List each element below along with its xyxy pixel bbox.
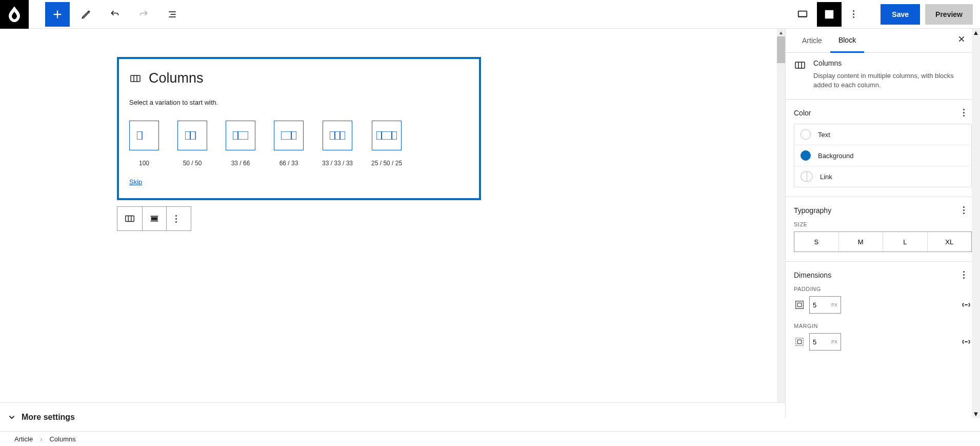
color-background-label: Background: [818, 152, 853, 160]
color-text-label: Text: [818, 131, 830, 139]
margin-label: MARGIN: [794, 323, 972, 329]
tab-block[interactable]: Block: [830, 29, 864, 53]
block-title: Columns: [149, 70, 204, 86]
save-button[interactable]: Save: [881, 4, 920, 25]
color-text-row[interactable]: Text: [794, 124, 971, 145]
variation-2[interactable]: 33 / 66: [226, 121, 255, 167]
svg-rect-39: [797, 340, 801, 344]
svg-rect-30: [151, 218, 157, 220]
svg-rect-37: [797, 303, 801, 307]
svg-rect-38: [796, 338, 804, 346]
color-background-row[interactable]: Background: [794, 145, 971, 166]
margin-icon: [794, 336, 805, 347]
more-settings-toggle[interactable]: More settings: [0, 402, 785, 418]
redo-button[interactable]: [131, 2, 156, 27]
desktop-view-button[interactable]: [790, 2, 815, 27]
undo-button[interactable]: [103, 2, 127, 27]
block-more-button[interactable]: [166, 207, 191, 230]
editor-canvas: Columns Select a variation to start with…: [0, 29, 785, 418]
align-button[interactable]: [142, 207, 167, 230]
size-l-button[interactable]: L: [883, 232, 927, 251]
dimensions-panel-menu[interactable]: [961, 269, 967, 281]
padding-label: PADDING: [794, 286, 972, 292]
more-menu-button[interactable]: [844, 2, 868, 27]
color-panel-title: Color: [794, 109, 811, 117]
variation-3[interactable]: 66 / 33: [274, 121, 304, 167]
svg-rect-15: [233, 131, 238, 140]
color-link-label: Link: [820, 173, 832, 181]
more-settings-label: More settings: [22, 413, 75, 418]
svg-rect-13: [185, 131, 190, 140]
dimensions-panel-title: Dimensions: [794, 271, 831, 279]
variation-4[interactable]: 33 / 33 / 33: [322, 121, 353, 167]
svg-rect-33: [795, 62, 805, 68]
svg-rect-17: [281, 131, 291, 140]
svg-rect-36: [796, 301, 804, 309]
svg-rect-16: [238, 131, 248, 140]
svg-rect-18: [291, 131, 296, 140]
size-xl-button[interactable]: XL: [927, 232, 972, 251]
sidebar-block-name: Columns: [813, 59, 972, 67]
link-sides-icon[interactable]: [961, 336, 972, 347]
columns-block-placeholder[interactable]: Columns Select a variation to start with…: [117, 57, 481, 200]
top-toolbar: Save Preview: [0, 0, 980, 29]
svg-rect-5: [798, 11, 807, 16]
size-m-button[interactable]: M: [838, 232, 883, 251]
svg-rect-9: [131, 75, 140, 82]
settings-sidebar: Article Block Columns Display content in…: [785, 29, 980, 418]
block-type-button[interactable]: [117, 207, 142, 230]
padding-unit[interactable]: PX: [831, 302, 841, 307]
color-link-row[interactable]: Link: [794, 166, 971, 187]
svg-rect-24: [392, 131, 397, 140]
columns-icon: [794, 59, 806, 71]
columns-icon: [129, 72, 142, 85]
variation-5[interactable]: 25 / 50 / 25: [371, 121, 402, 167]
settings-panel-toggle[interactable]: [817, 2, 842, 27]
edit-pencil-button[interactable]: [74, 2, 98, 27]
svg-rect-14: [190, 131, 195, 140]
svg-rect-20: [335, 131, 340, 140]
svg-rect-21: [340, 131, 345, 140]
margin-input[interactable]: [810, 338, 831, 346]
preview-button[interactable]: Preview: [925, 4, 973, 25]
sidebar-block-desc: Display content in multiple columns, wit…: [813, 71, 972, 90]
size-s-button[interactable]: S: [794, 232, 838, 251]
variation-0[interactable]: 100: [129, 121, 159, 167]
svg-rect-12: [137, 131, 142, 140]
color-background-swatch: [801, 150, 811, 161]
size-label: SIZE: [794, 221, 972, 227]
link-sides-icon[interactable]: [961, 299, 972, 311]
color-link-swatch: [801, 171, 813, 182]
svg-rect-25: [126, 216, 134, 222]
skip-link[interactable]: Skip: [129, 178, 142, 186]
typography-panel-menu[interactable]: [961, 204, 967, 216]
typography-panel-title: Typography: [794, 206, 831, 215]
svg-rect-22: [376, 131, 382, 140]
drupal-logo[interactable]: [0, 0, 29, 29]
margin-unit[interactable]: PX: [831, 339, 841, 344]
canvas-scrollbar[interactable]: ▲▼: [777, 29, 785, 418]
tab-article[interactable]: Article: [794, 29, 830, 52]
svg-rect-19: [330, 131, 335, 140]
padding-input[interactable]: [810, 301, 831, 309]
block-floating-toolbar: [117, 206, 191, 231]
color-panel-menu[interactable]: [961, 107, 967, 119]
padding-icon: [794, 299, 805, 311]
outline-button[interactable]: [160, 2, 185, 27]
add-block-button[interactable]: [45, 2, 70, 27]
sidebar-scrollbar[interactable]: ▲▼: [972, 29, 980, 418]
svg-rect-23: [382, 131, 392, 140]
chevron-down-icon: [7, 413, 16, 418]
color-text-swatch: [801, 129, 811, 140]
close-sidebar-button[interactable]: [957, 35, 966, 45]
block-subtitle: Select a variation to start with.: [129, 99, 469, 106]
variation-1[interactable]: 50 / 50: [177, 121, 207, 167]
